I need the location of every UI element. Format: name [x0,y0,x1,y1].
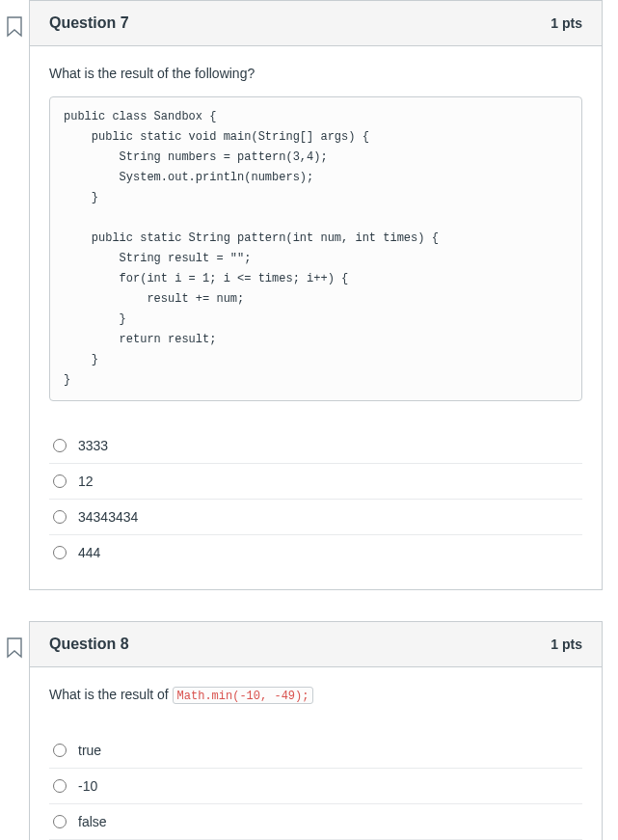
answer-option[interactable]: true [49,733,582,769]
radio-input[interactable] [53,546,67,559]
radio-input[interactable] [53,815,67,828]
answers-list: 3333 12 34343434 444 [49,428,582,570]
radio-input[interactable] [53,510,67,524]
answer-option[interactable]: 12 [49,464,582,500]
inline-code: Math.min(-10, -49); [173,687,314,704]
radio-input[interactable] [53,779,67,793]
question-7-card: Question 7 1 pts What is the result of t… [29,0,603,590]
question-body: What is the result of Math.min(-10, -49)… [30,667,602,840]
answer-option[interactable]: -10 [49,769,582,804]
question-points: 1 pts [551,637,582,652]
answer-label: 12 [78,474,94,489]
prompt-text: What is the result of [49,687,173,702]
radio-input[interactable] [53,439,67,452]
question-body: What is the result of the following? pub… [30,46,602,589]
answer-option[interactable]: false [49,804,582,840]
answer-label: 3333 [78,438,108,453]
answer-label: false [78,814,107,829]
question-prompt: What is the result of Math.min(-10, -49)… [49,687,582,704]
bookmark-icon[interactable] [7,637,22,659]
code-block: public class Sandbox { public static voi… [49,96,582,401]
radio-input[interactable] [53,744,67,757]
question-points: 1 pts [551,15,582,31]
radio-input[interactable] [53,474,67,488]
answer-option[interactable]: 444 [49,535,582,570]
question-header: Question 7 1 pts [30,1,602,46]
answer-option[interactable]: 3333 [49,428,582,464]
question-prompt: What is the result of the following? [49,66,582,81]
bookmark-icon[interactable] [7,16,22,38]
question-header: Question 8 1 pts [30,622,602,667]
answer-label: 34343434 [78,509,138,525]
question-8-card: Question 8 1 pts What is the result of M… [29,621,603,840]
question-title: Question 8 [49,636,129,653]
answers-list: true -10 false -49 [49,733,582,840]
answer-label: -10 [78,778,97,794]
answer-label: 444 [78,545,100,560]
answer-option[interactable]: 34343434 [49,500,582,535]
question-title: Question 7 [49,14,129,32]
answer-label: true [78,743,101,758]
